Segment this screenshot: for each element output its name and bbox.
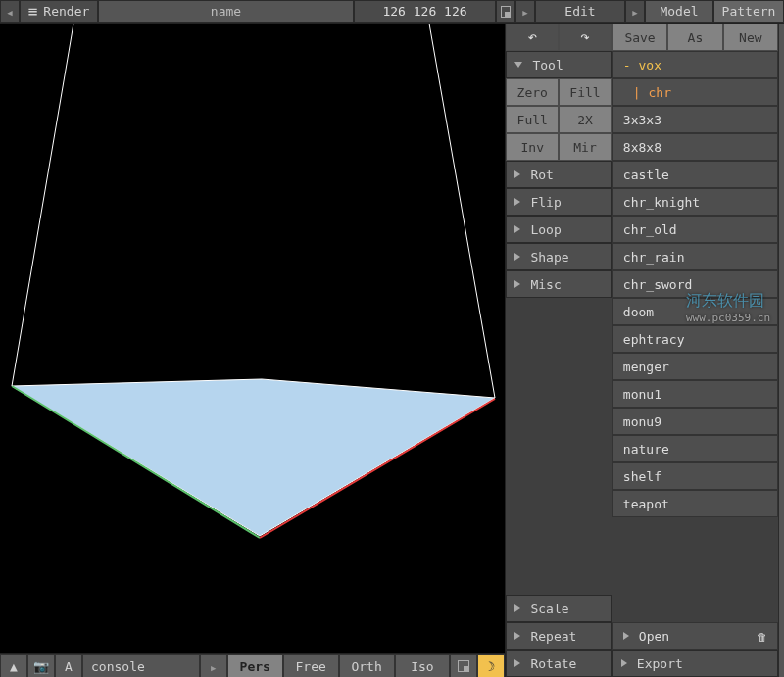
loop-section[interactable]: Loop [506,216,611,243]
tree-item[interactable]: teapot [612,490,778,517]
chevron-right-icon [514,280,520,288]
rot-section[interactable]: Rot [506,161,611,188]
chevron-down-icon [514,62,522,68]
open-label: Open [639,629,669,644]
model-tree: - vox | chr 3x3x38x8x8castlechr_knightch… [612,51,778,622]
loop-label: Loop [530,222,561,237]
full-button[interactable]: Full [506,106,559,133]
tab-model[interactable]: Model [645,0,713,23]
tree-item[interactable]: castle [612,161,778,188]
svg-line-3 [12,24,74,386]
undo-button[interactable] [506,24,559,51]
tree-item[interactable]: monu1 [612,380,778,408]
tree-item[interactable]: chr_sword [612,270,778,298]
new-button[interactable]: New [723,24,778,51]
edit-button[interactable]: Edit [535,0,625,23]
inv-button[interactable]: Inv [506,133,559,161]
svg-line-4 [429,24,495,398]
2x-button[interactable]: 2X [559,106,612,133]
tree-root-vox[interactable]: - vox [612,51,778,78]
chevron-right-icon [522,5,527,18]
a-button[interactable]: A [55,654,82,677]
save-as-button[interactable]: As [667,24,722,51]
chevron-right-icon [514,659,520,667]
tree-item[interactable]: chr_old [612,216,778,243]
chevron-right-icon [514,170,520,178]
tree-item[interactable]: monu9 [612,408,778,435]
zero-button[interactable]: Zero [506,78,559,106]
console-input[interactable]: console [82,654,200,677]
chevron-right-icon [621,659,627,667]
open-row[interactable]: Open [612,622,778,650]
tree-item[interactable]: ephtracy [612,325,778,353]
collapse-left-button[interactable] [0,0,20,23]
tree-item[interactable]: doom [612,298,778,325]
fit-icon [501,6,511,18]
console-expand-button[interactable] [200,654,227,677]
dimensions-display[interactable]: 126 126 126 [354,0,496,23]
pers-view-button[interactable]: Pers [227,654,283,677]
export-label: Export [637,656,683,671]
export-row[interactable]: Export [612,650,778,677]
shape-section[interactable]: Shape [506,243,611,270]
light-toggle-button[interactable]: ☽ [477,654,505,677]
rotate-label: Rotate [530,656,576,671]
bottom-toolbar: ▲ 📷 A console Pers Free Orth Iso ☽ [0,653,505,677]
grid-toggle-button[interactable] [450,654,477,677]
tool-panel: Tool Zero Fill Full 2X Inv Mir Rot Flip … [505,24,612,677]
tree-item[interactable]: menger [612,353,778,380]
scale-section[interactable]: Scale [506,595,611,622]
tool-header-label: Tool [532,58,563,73]
camera-button[interactable]: 📷 [27,654,55,677]
chevron-right-icon [623,632,629,640]
tree-item[interactable]: nature [612,435,778,462]
expand-right-button[interactable] [625,0,645,23]
fill-button[interactable]: Fill [559,78,612,106]
tree-item[interactable]: chr_rain [612,243,778,270]
rot-label: Rot [530,168,553,182]
orth-view-button[interactable]: Orth [339,654,395,677]
model-browser-panel: Save As New - vox | chr 3x3x38x8x8castle… [612,24,778,677]
free-view-button[interactable]: Free [283,654,339,677]
viewport-3d[interactable] [0,24,505,653]
up-button[interactable]: ▲ [0,654,27,677]
chevron-right-icon [632,5,637,18]
redo-button[interactable] [559,24,612,51]
rotate-section[interactable]: Rotate [506,650,611,677]
fit-button[interactable] [496,0,515,23]
tool-section-header[interactable]: Tool [506,51,611,78]
tree-child-chr[interactable]: | chr [612,78,778,106]
trash-icon[interactable] [757,629,767,644]
misc-section[interactable]: Misc [506,270,611,298]
save-button[interactable]: Save [612,24,667,51]
iso-view-button[interactable]: Iso [395,654,451,677]
right-scrollbar[interactable] [778,24,784,677]
tree-item[interactable]: 3x3x3 [612,106,778,133]
flip-section[interactable]: Flip [506,188,611,216]
tab-pattern[interactable]: Pattern [713,0,784,23]
flip-label: Flip [530,195,561,210]
chevron-right-icon [514,198,520,206]
repeat-label: Repeat [530,629,576,644]
svg-marker-0 [12,379,495,536]
top-toolbar: Render name 126 126 126 Edit Model Patte… [0,0,784,24]
tree-item[interactable]: 8x8x8 [612,133,778,161]
chevron-left-icon [7,5,12,18]
hamburger-icon [28,4,38,20]
redo-icon [580,29,590,45]
grid-icon [458,660,469,672]
tree-item[interactable]: shelf [612,462,778,490]
undo-icon [527,29,537,45]
expand-mid-button[interactable] [515,0,535,23]
model-name-field[interactable]: name [98,0,354,23]
mir-button[interactable]: Mir [559,133,612,161]
tree-item[interactable]: chr_knight [612,188,778,216]
repeat-section[interactable]: Repeat [506,622,611,650]
scale-label: Scale [530,602,568,616]
chevron-right-icon [514,632,520,640]
render-button[interactable]: Render [20,0,98,23]
render-label: Render [43,4,89,19]
misc-label: Misc [530,277,561,292]
chevron-right-icon [514,225,520,233]
chevron-right-icon [514,604,520,612]
